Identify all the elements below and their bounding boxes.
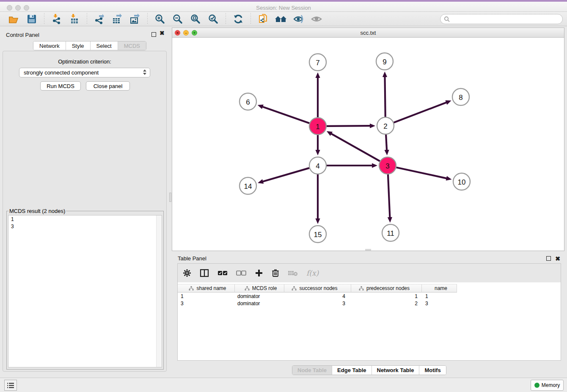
cell-successor-nodes[interactable]: 3 [284,300,351,307]
table-panel: Table Panel ✖ [172,252,564,376]
zoom-selected-button[interactable] [207,13,220,25]
mcds-result-line: 1 [11,216,162,223]
float-panel-icon[interactable] [151,31,156,39]
cell-shared-name[interactable]: 3 [178,300,235,307]
graph-edge[interactable] [394,102,447,122]
cell-name[interactable]: 3 [422,300,457,307]
graph-edge[interactable] [388,174,390,218]
search-field[interactable] [440,14,563,24]
tab-select[interactable]: Select [91,41,118,50]
network-window-titlebar[interactable]: ✕ – + scc.txt [172,28,564,38]
cell-predecessor-nodes[interactable]: 1 [351,293,422,300]
criterion-dropdown[interactable]: strongly connected component [19,68,150,77]
column-header-name[interactable]: name [422,284,457,293]
graph-edge[interactable] [262,107,309,123]
graph-edge-arrowhead [446,176,452,181]
memory-button[interactable]: Memory [531,380,564,391]
import-network-button[interactable] [50,13,63,25]
toolbar-separator [87,13,87,25]
cell-name[interactable]: 1 [422,293,457,300]
graph-edge-arrowhead [370,124,375,128]
split-columns-button[interactable] [200,268,209,279]
tab-style[interactable]: Style [66,41,91,50]
birdseye-icon [311,14,322,25]
cell-shared-name[interactable]: 1 [178,293,235,300]
close-panel-button[interactable]: Close panel [86,81,130,91]
zoom-in-button[interactable] [154,13,166,25]
settings-gear-button[interactable] [183,268,191,279]
close-panel-icon[interactable]: ✖ [160,31,165,36]
graph-edge[interactable] [385,76,385,117]
export-network-button[interactable] [93,13,106,25]
graph-node-label: 6 [246,98,250,106]
delete-row-button[interactable] [272,268,279,279]
graph-edge-arrowhead [315,72,320,78]
import-table-icon [69,14,80,25]
graph-edge[interactable] [386,135,387,151]
graph-node-label: 15 [314,231,322,239]
tab-network-table[interactable]: Network Table [372,366,420,375]
toolbar-separator [44,13,44,25]
network-canvas[interactable]: 1234678910111415 [172,38,564,251]
app-title: Session: New Session [0,5,567,11]
panel-splitter[interactable] [169,28,171,376]
graph-edge[interactable] [262,168,309,182]
cell-mcds-role[interactable]: dominator [235,293,284,300]
graph-edge-arrowhead [258,105,264,109]
cell-successor-nodes[interactable]: 4 [284,293,351,300]
open-session-icon [8,14,19,25]
search-input[interactable] [450,16,562,22]
mcds-result-text[interactable]: 1 3 [8,215,162,367]
apply-layout-button[interactable] [232,13,245,25]
delete-column-button[interactable] [288,268,298,279]
close-panel-icon[interactable]: ✖ [555,257,560,261]
tab-mcds[interactable]: MCDS [118,41,146,50]
export-image-button[interactable] [129,13,141,25]
list-icon [7,382,14,389]
zoom-fit-button[interactable] [189,13,202,25]
control-panel-tabs: Network Style Select MCDS [33,41,146,50]
graph-edge-arrowhead [315,150,320,155]
criterion-value: strongly connected component [24,69,99,76]
zoom-out-button[interactable] [171,13,184,25]
import-table-button[interactable] [68,13,81,25]
open-session-button[interactable] [8,13,20,25]
birdseye-button[interactable] [310,13,323,25]
hide-birdseye-button[interactable] [292,13,305,25]
cell-mcds-role[interactable]: dominator [235,300,284,307]
tab-edge-table[interactable]: Edge Table [332,366,372,375]
tab-motifs[interactable]: Motifs [419,366,446,375]
tab-network[interactable]: Network [33,41,66,50]
run-mcds-button[interactable]: Run MCDS [40,81,81,91]
deselect-all-button[interactable] [236,268,246,279]
graph-edge[interactable] [327,126,371,126]
tree-icon [245,286,250,291]
table-row[interactable]: 3 dominator 3 2 3 [178,300,561,307]
table-tabs: Node Table Edge Table Network Table Moti… [292,365,446,375]
column-header-successor-nodes[interactable]: successor nodes [284,284,351,293]
graph-edge[interactable] [330,133,380,161]
save-session-button[interactable] [25,13,38,25]
mcds-panel: Optimization criterion: strongly connect… [3,51,167,372]
delete-row-icon [272,269,279,277]
clone-network-button[interactable] [257,13,270,25]
toolbar-separator [250,13,251,25]
graph-edge-arrowhead [445,100,451,105]
tab-node-table[interactable]: Node Table [292,366,332,375]
table-row[interactable]: 1 dominator 4 1 1 [178,293,561,300]
column-header-mcds-role[interactable]: MCDS role [235,284,284,293]
home-button[interactable] [275,13,287,25]
column-header-predecessor-nodes[interactable]: predecessor nodes [351,284,422,293]
select-all-button[interactable] [217,268,228,279]
graph-edge[interactable] [396,167,447,178]
export-table-button[interactable] [111,13,124,25]
function-builder-button[interactable]: f(x) [306,268,319,279]
cell-predecessor-nodes[interactable]: 2 [351,300,422,307]
splitter-grip[interactable] [365,249,371,251]
memory-label: Memory [542,382,560,388]
task-history-button[interactable] [4,380,17,391]
add-row-button[interactable] [255,268,263,279]
scrollbar[interactable] [156,215,162,367]
float-panel-icon[interactable] [546,255,551,262]
column-header-shared-name[interactable]: shared name [178,284,235,293]
